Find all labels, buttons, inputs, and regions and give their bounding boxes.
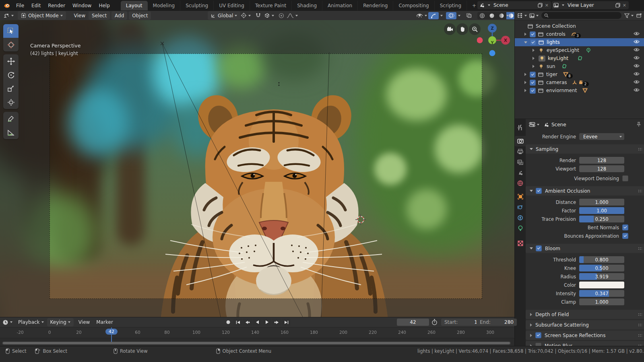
viewport-denoising-checkbox[interactable] bbox=[622, 175, 628, 181]
drag-handle-icon[interactable] bbox=[638, 334, 642, 337]
bloom-color-swatch[interactable] bbox=[579, 282, 624, 288]
properties-editor-icon[interactable] bbox=[529, 122, 539, 127]
pan-view-button[interactable] bbox=[456, 23, 468, 35]
viewport-menu-select[interactable]: Select bbox=[89, 11, 110, 20]
tab-constraints[interactable] bbox=[515, 212, 526, 223]
expand-icon[interactable] bbox=[524, 73, 526, 76]
tab-render[interactable] bbox=[515, 136, 526, 146]
collection-checkbox[interactable] bbox=[530, 72, 536, 78]
workspace-tab-rendering[interactable]: Rendering bbox=[358, 1, 393, 10]
eye-icon[interactable] bbox=[634, 56, 640, 60]
proportional-editing-icon[interactable] bbox=[279, 13, 284, 19]
xray-toggle[interactable] bbox=[464, 12, 474, 19]
scene-name[interactable]: Scene bbox=[492, 2, 536, 8]
expand-icon[interactable] bbox=[533, 49, 535, 52]
menu-render[interactable]: Render bbox=[44, 1, 69, 10]
tab-view-layer[interactable] bbox=[515, 157, 526, 167]
frame-end-field[interactable]: End:280 bbox=[477, 319, 517, 326]
tool-annotate[interactable] bbox=[3, 112, 19, 125]
editor-type-viewport-icon[interactable] bbox=[0, 13, 15, 19]
tool-rotate[interactable] bbox=[3, 68, 19, 82]
ssr-checkbox[interactable] bbox=[535, 332, 541, 338]
camera-view-button[interactable] bbox=[444, 23, 456, 35]
view-layer-selector[interactable]: View Layer ✕ bbox=[552, 1, 629, 9]
outliner-row-cameras[interactable]: cameras 2 bbox=[515, 78, 644, 86]
current-frame-field[interactable]: 42 bbox=[397, 319, 429, 326]
scene-selector[interactable]: Scene ✕ bbox=[477, 1, 551, 9]
new-view-layer-icon[interactable] bbox=[615, 3, 620, 8]
panel-header-depth-of-field[interactable]: Depth of Field bbox=[526, 310, 644, 319]
collection-checkbox[interactable] bbox=[530, 39, 536, 45]
bloom-checkbox[interactable] bbox=[536, 245, 542, 251]
outliner-row-lights[interactable]: lights bbox=[515, 38, 644, 46]
outliner-search-input[interactable] bbox=[541, 12, 621, 19]
tool-measure[interactable] bbox=[3, 125, 19, 139]
use-preview-range-icon[interactable] bbox=[431, 319, 438, 325]
drag-handle-icon[interactable] bbox=[638, 323, 642, 327]
outliner-row-sun[interactable]: sun bbox=[515, 62, 644, 70]
tab-texture[interactable] bbox=[515, 238, 526, 249]
workspace-tab-texture-paint[interactable]: Texture Paint bbox=[250, 1, 292, 10]
eye-icon[interactable] bbox=[634, 88, 640, 92]
drag-handle-icon[interactable] bbox=[638, 313, 642, 316]
outliner-filter-dropdown[interactable] bbox=[624, 13, 634, 18]
tool-transform[interactable] bbox=[3, 95, 19, 109]
viewport-menu-add[interactable]: Add bbox=[111, 11, 127, 20]
play-reverse-button[interactable] bbox=[253, 319, 262, 326]
sampling-viewport-field[interactable]: 128 bbox=[579, 165, 624, 172]
editor-type-outliner-icon[interactable] bbox=[517, 13, 527, 18]
view-layer-name[interactable]: View Layer bbox=[566, 2, 614, 8]
sampling-render-field[interactable]: 128 bbox=[579, 157, 624, 164]
ao-distance-field[interactable]: 1.000 bbox=[579, 199, 624, 206]
bent-normals-checkbox[interactable] bbox=[622, 224, 628, 230]
drag-handle-icon[interactable] bbox=[638, 247, 642, 250]
ao-trace-precision-slider[interactable]: 0.250 bbox=[579, 216, 624, 222]
render-engine-dropdown[interactable]: Eevee bbox=[579, 133, 624, 140]
outliner-row-eyespeclight[interactable]: eyeSpecLight bbox=[515, 46, 644, 54]
navigation-gizmo[interactable]: Z X Y bbox=[477, 20, 514, 64]
ao-factor-slider[interactable]: 1.00 bbox=[579, 207, 624, 214]
tab-scene[interactable] bbox=[515, 167, 526, 178]
timeline-menu-marker[interactable]: Marker bbox=[93, 319, 116, 326]
tool-cursor[interactable] bbox=[3, 38, 19, 51]
viewport-canvas[interactable]: Camera Perspective (42) lights | keyLigh… bbox=[0, 20, 514, 317]
timeline-menu-keying[interactable]: Keying bbox=[47, 318, 74, 327]
collection-checkbox[interactable] bbox=[530, 31, 536, 37]
tab-object[interactable] bbox=[515, 191, 526, 202]
jump-to-end-button[interactable] bbox=[282, 319, 291, 326]
viewport-menu-object[interactable]: Object bbox=[129, 11, 151, 20]
shading-solid-button[interactable] bbox=[487, 12, 497, 19]
outliner-row-keylight[interactable]: keyLight bbox=[515, 54, 644, 62]
expand-icon[interactable] bbox=[524, 81, 526, 84]
expand-icon[interactable] bbox=[524, 89, 526, 92]
new-collection-button[interactable] bbox=[636, 13, 642, 18]
transform-orientation-dropdown[interactable]: Global bbox=[208, 11, 240, 20]
jump-to-start-button[interactable] bbox=[233, 319, 242, 326]
collapse-icon[interactable] bbox=[524, 41, 527, 43]
timeline-menu-view[interactable]: View bbox=[75, 319, 93, 326]
eye-icon[interactable] bbox=[634, 47, 640, 52]
workspace-tab-sculpting[interactable]: Sculpting bbox=[180, 1, 214, 10]
eye-icon[interactable] bbox=[634, 39, 640, 44]
timeline-menu-playback[interactable]: Playback bbox=[15, 319, 47, 326]
menu-window[interactable]: Window bbox=[69, 1, 95, 10]
workspace-tab-modeling[interactable]: Modeling bbox=[148, 1, 181, 10]
bloom-threshold-slider[interactable]: 0.800 bbox=[579, 256, 624, 263]
eye-icon[interactable] bbox=[634, 31, 640, 36]
outliner-row-enviornment[interactable]: enviornment bbox=[515, 86, 644, 95]
eye-icon[interactable] bbox=[634, 72, 640, 76]
tab-tool[interactable] bbox=[515, 122, 526, 133]
new-scene-icon[interactable] bbox=[538, 3, 543, 8]
expand-icon[interactable] bbox=[524, 33, 526, 36]
tool-select-box[interactable] bbox=[3, 24, 19, 38]
collection-checkbox[interactable] bbox=[530, 80, 536, 86]
tab-object-data[interactable] bbox=[515, 223, 526, 233]
gizmos-dropdown[interactable] bbox=[439, 15, 443, 16]
viewport-menu-view[interactable]: View bbox=[71, 12, 89, 19]
outliner-row-scene-collection[interactable]: Scene Collection bbox=[515, 22, 644, 30]
workspace-tab-shading[interactable]: Shading bbox=[292, 1, 322, 10]
close-icon[interactable]: ✕ bbox=[622, 3, 627, 8]
snap-target-dropdown[interactable] bbox=[264, 12, 274, 19]
play-button[interactable] bbox=[262, 319, 271, 326]
collection-checkbox[interactable] bbox=[530, 88, 536, 94]
